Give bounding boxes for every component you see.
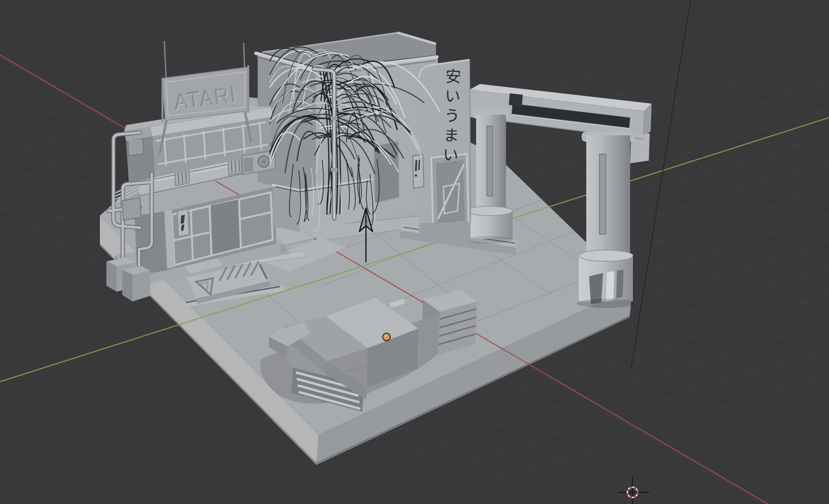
blender-3d-viewport[interactable]: ATARI 安いうまい [0,0,829,504]
kanji-wall-text[interactable]: 安いうまい [437,68,464,185]
beam-top-notch [509,93,523,106]
small-sign-plate[interactable] [413,154,424,189]
pillar-slot [599,154,606,234]
pylon-base [419,222,471,243]
menu-plate[interactable] [177,209,189,237]
upper-left-box [128,138,144,156]
pillar-slot [487,126,492,196]
shop-door[interactable] [211,199,241,254]
